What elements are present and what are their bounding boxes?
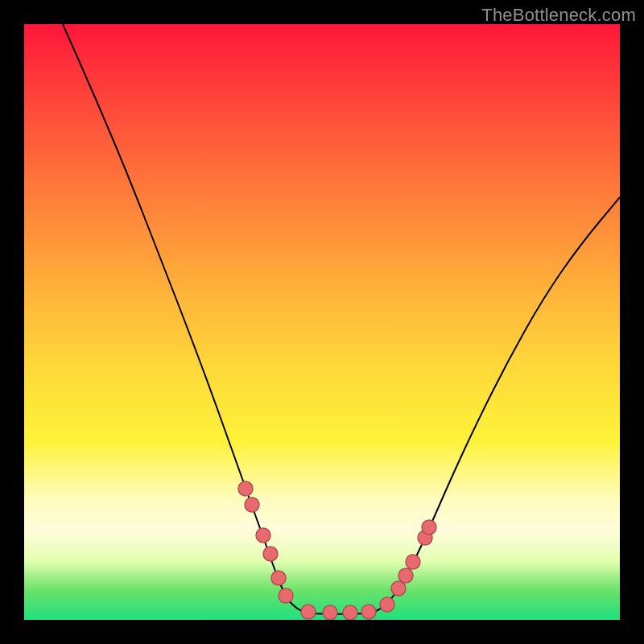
data-point-dot bbox=[238, 481, 253, 496]
data-point-dot bbox=[380, 597, 394, 612]
data-point-dot bbox=[323, 605, 337, 620]
chart-frame: TheBottleneck.com bbox=[0, 0, 644, 644]
right-branch-curve bbox=[370, 197, 620, 613]
data-point-dot bbox=[271, 571, 286, 585]
data-point-markers bbox=[238, 481, 436, 620]
data-point-dot bbox=[245, 497, 259, 512]
data-point-dot bbox=[301, 605, 316, 619]
data-point-dot bbox=[343, 605, 357, 620]
plot-area bbox=[24, 24, 620, 620]
data-point-dot bbox=[391, 581, 406, 596]
data-point-dot bbox=[406, 555, 420, 569]
data-point-dot bbox=[256, 528, 270, 543]
left-branch-curve bbox=[63, 24, 308, 613]
bottleneck-curve bbox=[24, 24, 620, 620]
valley-flat bbox=[308, 613, 370, 614]
data-point-dot bbox=[422, 520, 436, 535]
data-point-dot bbox=[279, 588, 293, 603]
watermark-text: TheBottleneck.com bbox=[481, 5, 636, 26]
data-point-dot bbox=[398, 568, 413, 583]
data-point-dot bbox=[263, 547, 278, 561]
data-point-dot bbox=[361, 605, 376, 619]
